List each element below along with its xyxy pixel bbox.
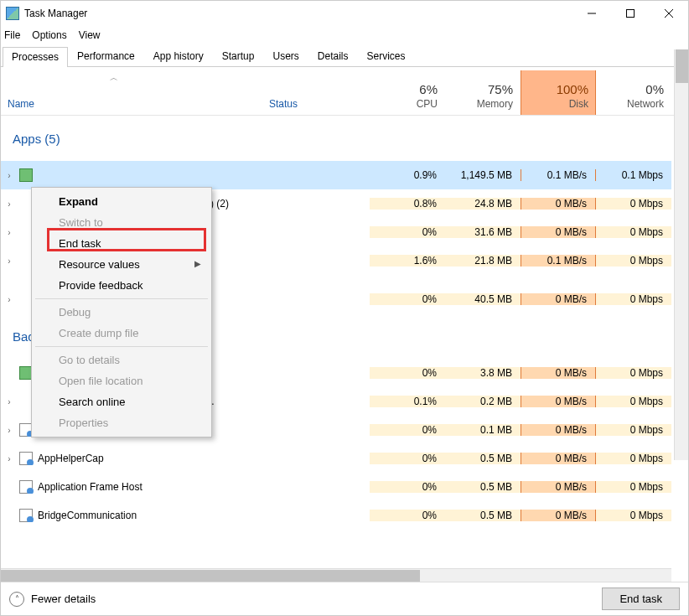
cell-memory: 21.8 MB (445, 255, 521, 267)
close-button[interactable] (650, 1, 688, 26)
ctx-create-dump: Create dump file (34, 323, 210, 344)
group-title: Bac (4, 329, 34, 344)
column-label: CPU (417, 98, 438, 110)
expand-chevron-icon[interactable]: › (4, 171, 14, 180)
ctx-search-online[interactable]: Search online (34, 391, 210, 412)
process-row[interactable]: › 0.9% 1,149.5 MB 0.1 MB/s 0.1 Mbps (1, 161, 671, 189)
expand-chevron-icon[interactable]: › (4, 454, 14, 463)
group-spacer (1, 151, 671, 161)
group-apps[interactable]: Apps (5) (1, 126, 671, 151)
tab-users[interactable]: Users (263, 46, 308, 66)
service-icon (19, 452, 33, 465)
svg-rect-0 (627, 10, 635, 18)
expand-chevron-icon[interactable]: › (4, 426, 14, 435)
column-name[interactable]: Name (1, 70, 262, 115)
menu-view[interactable]: View (79, 29, 101, 41)
fewer-details-label: Fewer details (31, 593, 96, 605)
titlebar: Task Manager (1, 1, 688, 26)
cell-memory: 0.5 MB (445, 510, 521, 521)
cell-disk: 0 MB/s (521, 198, 596, 210)
cell-network: 0 Mbps (596, 293, 671, 305)
tab-strip: Processes Performance App history Startu… (1, 46, 688, 67)
process-name: Application Frame Host (38, 481, 142, 493)
process-row[interactable]: › BridgeCommunication 0% 0.5 MB 0 MB/s 0… (1, 501, 671, 526)
column-status[interactable]: Status (262, 70, 370, 115)
scrollbar-thumb[interactable] (676, 49, 688, 83)
cell-network: 0 Mbps (596, 226, 671, 238)
minimize-button[interactable] (572, 1, 611, 26)
cell-memory: 0.2 MB (445, 396, 521, 407)
cell-memory: 24.8 MB (445, 198, 521, 210)
cell-memory: 0.1 MB (445, 424, 521, 436)
cell-disk: 0 MB/s (521, 510, 596, 521)
cell-network: 0 Mbps (596, 481, 671, 493)
window-title: Task Manager (24, 8, 87, 19)
cell-memory: 40.5 MB (445, 293, 521, 305)
cell-network: 0 Mbps (596, 396, 671, 407)
service-icon (19, 509, 33, 522)
column-network[interactable]: 0% Network (596, 70, 671, 115)
tab-performance[interactable]: Performance (68, 46, 144, 66)
service-icon (19, 480, 33, 494)
ctx-expand[interactable]: Expand (34, 191, 210, 212)
sort-indicator-icon: ︿ (110, 72, 118, 84)
cell-network: 0 Mbps (596, 198, 671, 210)
column-label: Name (8, 98, 255, 110)
fewer-details-button[interactable]: ˄ Fewer details (9, 592, 96, 607)
column-label: Status (269, 98, 362, 110)
expand-chevron-icon[interactable]: › (4, 199, 14, 209)
column-memory[interactable]: 75% Memory (445, 70, 521, 115)
tab-processes[interactable]: Processes (3, 47, 68, 67)
ctx-debug: Debug (34, 302, 210, 323)
cell-disk: 0 MB/s (521, 293, 596, 305)
tab-app-history[interactable]: App history (144, 46, 213, 66)
process-row[interactable]: › AppHelperCap 0% 0.5 MB 0 MB/s 0 Mbps (1, 444, 671, 473)
ctx-provide-feedback[interactable]: Provide feedback (34, 275, 210, 296)
tab-details[interactable]: Details (308, 46, 358, 66)
menu-bar: File Options View (1, 26, 688, 44)
column-usage: 0% (645, 82, 664, 96)
cell-network: 0 Mbps (596, 510, 671, 521)
submenu-chevron-icon: ▶ (194, 259, 201, 268)
menu-options[interactable]: Options (32, 29, 66, 41)
process-name: BridgeCommunication (38, 510, 137, 521)
footer: ˄ Fewer details End task (1, 582, 688, 615)
column-disk[interactable]: 100% Disk (521, 70, 596, 115)
scrollbar-thumb[interactable] (1, 570, 420, 582)
process-name: ) (2) (210, 198, 229, 210)
cell-network: 0 Mbps (596, 424, 671, 436)
cell-network: 0 Mbps (596, 367, 671, 379)
chevron-up-icon: ˄ (9, 592, 24, 607)
cell-memory: 1,149.5 MB (445, 169, 521, 181)
menu-file[interactable]: File (4, 29, 20, 41)
cell-network: 0 Mbps (596, 453, 671, 464)
column-label: Network (627, 98, 664, 110)
tab-startup[interactable]: Startup (213, 46, 264, 66)
cell-cpu: 0.9% (370, 169, 445, 181)
ctx-end-task[interactable]: End task (34, 233, 210, 254)
ctx-switch-to: Switch to (34, 212, 210, 233)
process-row[interactable]: › Application Frame Host 0% 0.5 MB 0 MB/… (1, 473, 671, 501)
cell-cpu: 1.6% (370, 255, 445, 267)
expand-chevron-icon[interactable]: › (4, 397, 14, 406)
cell-cpu: 0% (370, 293, 445, 305)
column-cpu[interactable]: 6% CPU (370, 70, 445, 115)
maximize-button[interactable] (611, 1, 650, 26)
cell-disk: 0 MB/s (521, 453, 596, 464)
cell-cpu: 0.1% (370, 396, 445, 407)
cell-network: 0 Mbps (596, 255, 671, 267)
cell-cpu: 0% (370, 510, 445, 521)
tab-services[interactable]: Services (358, 46, 415, 66)
cell-memory: 0.5 MB (445, 481, 521, 493)
horizontal-scrollbar[interactable] (1, 568, 671, 582)
end-task-button[interactable]: End task (602, 588, 680, 610)
cell-cpu: 0% (370, 481, 445, 493)
column-header-row: ︿ Name Status 6% CPU 75% Memory 100% Dis… (1, 70, 688, 116)
context-menu: Expand Switch to End task Resource value… (31, 187, 212, 437)
cell-network: 0.1 Mbps (596, 169, 671, 181)
column-label: Memory (477, 98, 513, 110)
ctx-resource-values[interactable]: Resource values ▶ (34, 254, 210, 275)
column-usage: 6% (419, 82, 438, 96)
vertical-scrollbar[interactable] (674, 49, 688, 460)
cell-cpu: 0.8% (370, 198, 445, 210)
